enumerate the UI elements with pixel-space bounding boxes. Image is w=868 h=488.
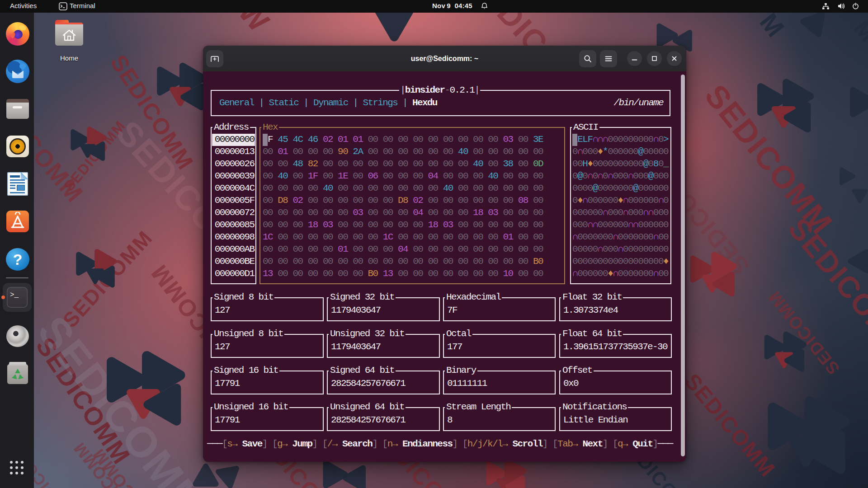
svg-text:W: W	[232, 13, 276, 38]
svg-text:M: M	[849, 16, 868, 47]
svg-text:SEDICOMM: SEDICOMM	[680, 369, 780, 482]
svg-text:M: M	[755, 13, 791, 43]
